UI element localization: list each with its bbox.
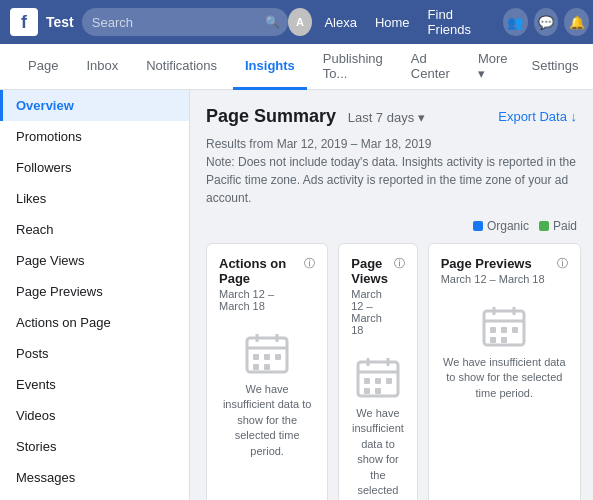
- page-name: Test: [46, 14, 74, 30]
- legend-organic: Organic: [473, 219, 529, 233]
- paid-label: Paid: [553, 219, 577, 233]
- legend-paid: Paid: [539, 219, 577, 233]
- metric-date: March 12 – March 18: [351, 288, 393, 336]
- sidebar-item-events[interactable]: Events: [0, 369, 189, 400]
- metric-empty: We have insufficient data to show for th…: [441, 293, 568, 409]
- calendar-icon: [480, 301, 528, 349]
- sidebar-item-promotions[interactable]: Promotions: [0, 121, 189, 152]
- last-days-selector[interactable]: Last 7 days ▾: [348, 110, 425, 125]
- sidebar-item-overview[interactable]: Overview: [0, 90, 189, 121]
- second-nav-left: Page Inbox Notifications Insights Publis…: [16, 44, 520, 89]
- legend: Organic Paid: [206, 219, 577, 233]
- sidebar-item-page-previews[interactable]: Page Previews: [0, 276, 189, 307]
- calendar-icon: [354, 352, 402, 400]
- content-area: Page Summary Last 7 days ▾ Export Data ↓…: [190, 90, 593, 500]
- svg-rect-26: [501, 337, 507, 343]
- metric-empty: We have insufficient data to show for th…: [351, 344, 404, 500]
- svg-rect-17: [375, 388, 381, 394]
- tab-insights[interactable]: Insights: [233, 44, 307, 90]
- second-nav-right: Settings Help ▾: [520, 44, 594, 89]
- page-summary-header: Page Summary Last 7 days ▾ Export Data ↓: [206, 106, 577, 127]
- sidebar-item-followers[interactable]: Followers: [0, 152, 189, 183]
- search-wrap: 🔍: [82, 8, 288, 36]
- sidebar-item-stories[interactable]: Stories: [0, 431, 189, 462]
- svg-rect-15: [386, 378, 392, 384]
- metric-date: March 12 – March 18: [219, 288, 304, 312]
- organic-dot: [473, 221, 483, 231]
- search-input[interactable]: [82, 8, 288, 36]
- people-icon[interactable]: 👥: [503, 8, 528, 36]
- tab-more[interactable]: More ▾: [466, 44, 520, 90]
- svg-rect-7: [253, 364, 259, 370]
- page-summary-title: Page Summary: [206, 106, 336, 126]
- tab-page[interactable]: Page: [16, 44, 70, 90]
- sidebar-item-reach[interactable]: Reach: [0, 214, 189, 245]
- svg-rect-14: [375, 378, 381, 384]
- sidebar: Overview Promotions Followers Likes Reac…: [0, 90, 190, 500]
- sidebar-item-videos[interactable]: Videos: [0, 400, 189, 431]
- svg-rect-6: [275, 354, 281, 360]
- metric-card-actions-on-page: Actions on Page March 12 – March 18 ⓘ We…: [206, 243, 328, 500]
- metric-title: Page Previews: [441, 256, 545, 271]
- svg-rect-8: [264, 364, 270, 370]
- metric-card-page-previews: Page Previews March 12 – March 18 ⓘ We h…: [428, 243, 581, 500]
- tab-ad-center[interactable]: Ad Center: [399, 44, 462, 90]
- svg-rect-16: [364, 388, 370, 394]
- top-nav: f Test 🔍 A Alexa Home Find Friends 👥 💬 🔔…: [0, 0, 593, 44]
- tab-settings[interactable]: Settings: [520, 44, 591, 90]
- nav-home[interactable]: Home: [369, 11, 416, 34]
- sidebar-item-actions-on-page[interactable]: Actions on Page: [0, 307, 189, 338]
- metrics-grid: Actions on Page March 12 – March 18 ⓘ We…: [206, 243, 577, 500]
- svg-rect-24: [512, 327, 518, 333]
- metric-date: March 12 – March 18: [441, 273, 545, 285]
- tab-notifications[interactable]: Notifications: [134, 44, 229, 90]
- svg-rect-13: [364, 378, 370, 384]
- metric-info-icon[interactable]: ⓘ: [394, 256, 405, 271]
- sidebar-item-posts[interactable]: Posts: [0, 338, 189, 369]
- export-data-button[interactable]: Export Data ↓: [498, 109, 577, 124]
- svg-rect-5: [264, 354, 270, 360]
- page-summary-title-wrap: Page Summary Last 7 days ▾: [206, 106, 425, 127]
- tab-inbox[interactable]: Inbox: [74, 44, 130, 90]
- metric-empty-text: We have insufficient data to show for th…: [219, 382, 315, 459]
- sidebar-item-likes[interactable]: Likes: [0, 183, 189, 214]
- svg-rect-25: [490, 337, 496, 343]
- bell-icon[interactable]: 🔔: [564, 8, 589, 36]
- fb-logo: f: [10, 8, 38, 36]
- calendar-icon: [243, 328, 291, 376]
- metric-title: Page Views: [351, 256, 393, 286]
- svg-rect-22: [490, 327, 496, 333]
- avatar: A: [288, 8, 313, 36]
- metric-info-icon[interactable]: ⓘ: [304, 256, 315, 271]
- second-nav: Page Inbox Notifications Insights Publis…: [0, 44, 593, 90]
- results-note: Results from Mar 12, 2019 – Mar 18, 2019…: [206, 135, 577, 207]
- main-layout: Overview Promotions Followers Likes Reac…: [0, 90, 593, 500]
- sidebar-item-messages[interactable]: Messages: [0, 462, 189, 493]
- svg-rect-4: [253, 354, 259, 360]
- nav-username[interactable]: Alexa: [318, 11, 363, 34]
- metric-title: Actions on Page: [219, 256, 304, 286]
- metric-info-icon[interactable]: ⓘ: [557, 256, 568, 271]
- organic-label: Organic: [487, 219, 529, 233]
- metric-empty: We have insufficient data to show for th…: [219, 320, 315, 467]
- svg-rect-23: [501, 327, 507, 333]
- metric-empty-text: We have insufficient data to show for th…: [441, 355, 568, 401]
- sidebar-item-page-views[interactable]: Page Views: [0, 245, 189, 276]
- nav-find-friends[interactable]: Find Friends: [422, 3, 498, 41]
- paid-dot: [539, 221, 549, 231]
- messenger-icon[interactable]: 💬: [534, 8, 559, 36]
- metric-empty-text: We have insufficient data to show for th…: [351, 406, 404, 500]
- tab-publishing[interactable]: Publishing To...: [311, 44, 395, 90]
- top-nav-right: A Alexa Home Find Friends 👥 💬 🔔 ? ▼: [288, 3, 593, 41]
- metric-card-page-views: Page Views March 12 – March 18 ⓘ We have…: [338, 243, 417, 500]
- search-icon: 🔍: [265, 15, 280, 29]
